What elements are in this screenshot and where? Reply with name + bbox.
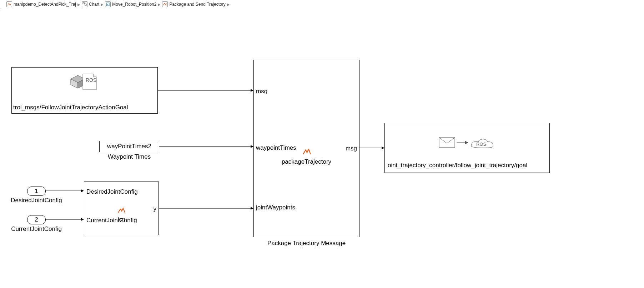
- breadcrumb-item-1[interactable]: Chart: [82, 1, 99, 8]
- matlab-icon: [117, 207, 126, 214]
- breadcrumb-label: Move_Robot_Position2: [112, 2, 156, 7]
- breadcrumb: manipdemo_DetectAndPick_Traj ▶ Chart ▶ M…: [0, 0, 644, 9]
- matlab-fcn-block[interactable]: DesiredJointConfig CurrentJointConfig y …: [84, 182, 159, 235]
- pkg-inport-msg: msg: [256, 88, 267, 95]
- fcn-inport-1: DesiredJointConfig: [86, 188, 138, 195]
- breadcrumb-item-2[interactable]: Move_Robot_Position2: [105, 1, 156, 8]
- svg-rect-1: [85, 4, 86, 5]
- ros-blank-msg-block[interactable]: ROS trol_msgs/FollowJointTrajectoryActio…: [11, 67, 158, 114]
- ros-publish-block[interactable]: ROS oint_trajectory_controller/follow_jo…: [384, 123, 550, 173]
- breadcrumb-label: Chart: [89, 2, 99, 7]
- waypoint-times-block[interactable]: wayPointTimes2: [99, 141, 159, 152]
- chart-icon: [82, 1, 87, 7]
- svg-text:ROS: ROS: [476, 141, 487, 147]
- breadcrumb-item-0[interactable]: manipdemo_DetectAndPick_Traj: [6, 1, 76, 8]
- chevron-right-icon: ▶: [158, 3, 161, 6]
- palette-strip[interactable]: [1, 9, 8, 288]
- package-trajectory-title: Package Trajectory Message: [253, 240, 359, 247]
- waypoint-times-value: wayPointTimes2: [107, 143, 151, 150]
- pkg-icon-area: packageTrajectory: [254, 148, 359, 165]
- inport-2-num: 2: [35, 216, 38, 223]
- subsystem-icon: [162, 1, 168, 7]
- pkg-inport-jointwaypoints: jointWaypoints: [256, 204, 295, 211]
- subsystem-icon: [105, 1, 111, 7]
- fcn-icon-area: fcn: [84, 207, 159, 223]
- svg-point-2: [107, 4, 108, 5]
- simulink-editor-canvas: manipdemo_DetectAndPick_Traj ▶ Chart ▶ M…: [0, 0, 644, 288]
- chevron-right-icon: ▶: [227, 3, 230, 6]
- package-trajectory-block[interactable]: msg waypointTimes jointWaypoints msg pac…: [253, 60, 359, 237]
- inport-1[interactable]: 1: [27, 187, 46, 196]
- pkg-name: packageTrajectory: [254, 158, 359, 165]
- chevron-right-icon: ▶: [77, 3, 80, 6]
- inport-2-label: CurrentJointConfig: [8, 225, 65, 233]
- model-icon: [6, 1, 12, 7]
- waypoint-times-title: Waypoint Times: [99, 153, 159, 160]
- inport-1-label: DesiredJointConfig: [8, 197, 65, 204]
- breadcrumb-label: manipdemo_DetectAndPick_Traj: [14, 2, 76, 7]
- inport-2[interactable]: 2: [27, 215, 46, 224]
- ros-msg-icon: ROS: [69, 71, 101, 94]
- ros-publish-topic: oint_trajectory_controller/follow_joint_…: [388, 162, 527, 169]
- matlab-icon: [302, 148, 311, 156]
- chevron-right-icon: ▶: [101, 3, 104, 6]
- fcn-name: fcn: [84, 216, 159, 223]
- ros-publish-icon: ROS: [437, 134, 498, 153]
- svg-rect-0: [83, 3, 84, 4]
- breadcrumb-item-3[interactable]: Package and Send Trajectory: [162, 1, 225, 8]
- inport-1-num: 1: [35, 188, 38, 195]
- ros-msg-caption: trol_msgs/FollowJointTrajectoryActionGoa…: [13, 104, 128, 111]
- diagram-canvas[interactable]: ROS trol_msgs/FollowJointTrajectoryActio…: [8, 9, 644, 288]
- breadcrumb-label: Package and Send Trajectory: [169, 2, 225, 7]
- ros-label: ROS: [86, 77, 96, 83]
